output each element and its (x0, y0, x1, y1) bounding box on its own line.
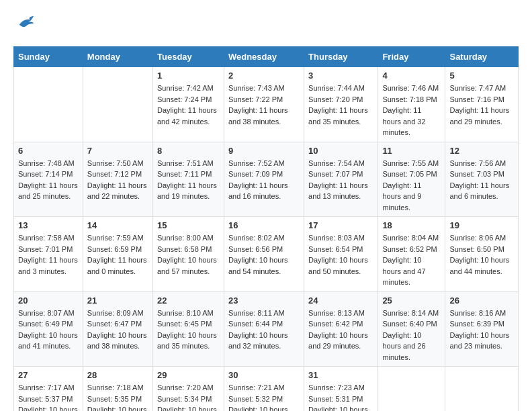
calendar-cell: 6Sunrise: 7:48 AMSunset: 7:14 PMDaylight… (14, 142, 83, 217)
calendar-cell: 25Sunrise: 8:14 AMSunset: 6:40 PMDayligh… (378, 291, 445, 367)
week-row-2: 13Sunrise: 7:58 AMSunset: 7:01 PMDayligh… (14, 217, 519, 292)
calendar-cell: 18Sunrise: 8:04 AMSunset: 6:52 PMDayligh… (378, 217, 445, 292)
calendar-cell: 10Sunrise: 7:54 AMSunset: 7:07 PMDayligh… (304, 142, 378, 217)
calendar-cell (83, 67, 152, 142)
calendar-cell: 4Sunrise: 7:46 AMSunset: 7:18 PMDaylight… (378, 67, 445, 142)
calendar-body: 1Sunrise: 7:42 AMSunset: 7:24 PMDaylight… (14, 67, 519, 412)
header-day-wednesday: Wednesday (224, 47, 304, 67)
day-number: 28 (87, 370, 148, 380)
calendar-cell: 24Sunrise: 8:13 AMSunset: 6:42 PMDayligh… (304, 291, 378, 367)
header-day-thursday: Thursday (304, 47, 378, 67)
calendar-cell: 8Sunrise: 7:51 AMSunset: 7:11 PMDaylight… (153, 142, 224, 217)
calendar-cell: 27Sunrise: 7:17 AMSunset: 5:37 PMDayligh… (14, 367, 83, 412)
day-info: Sunrise: 7:55 AMSunset: 7:05 PMDaylight:… (382, 158, 441, 214)
calendar-cell: 2Sunrise: 7:43 AMSunset: 7:22 PMDaylight… (224, 67, 304, 142)
page-header (13, 13, 519, 36)
calendar-cell: 7Sunrise: 7:50 AMSunset: 7:12 PMDaylight… (83, 142, 152, 217)
calendar-cell: 16Sunrise: 8:02 AMSunset: 6:56 PMDayligh… (224, 217, 304, 292)
calendar-cell: 12Sunrise: 7:56 AMSunset: 7:03 PMDayligh… (445, 142, 519, 217)
day-info: Sunrise: 7:47 AMSunset: 7:16 PMDaylight:… (449, 83, 514, 127)
calendar-cell: 17Sunrise: 8:03 AMSunset: 6:54 PMDayligh… (304, 217, 378, 292)
calendar-cell: 1Sunrise: 7:42 AMSunset: 7:24 PMDaylight… (153, 67, 224, 142)
day-info: Sunrise: 8:14 AMSunset: 6:40 PMDaylight:… (382, 308, 441, 363)
day-number: 16 (228, 220, 300, 230)
calendar-cell: 11Sunrise: 7:55 AMSunset: 7:05 PMDayligh… (378, 142, 445, 217)
calendar-cell: 30Sunrise: 7:21 AMSunset: 5:32 PMDayligh… (224, 367, 304, 412)
week-row-0: 1Sunrise: 7:42 AMSunset: 7:24 PMDaylight… (14, 67, 519, 142)
day-info: Sunrise: 8:00 AMSunset: 6:58 PMDaylight:… (157, 232, 220, 277)
day-number: 10 (308, 146, 373, 156)
calendar-cell: 13Sunrise: 7:58 AMSunset: 7:01 PMDayligh… (14, 217, 83, 292)
day-number: 20 (18, 295, 79, 306)
day-number: 27 (18, 370, 79, 380)
day-number: 22 (157, 295, 220, 306)
day-number: 17 (308, 220, 373, 230)
header-row: SundayMondayTuesdayWednesdayThursdayFrid… (14, 47, 519, 67)
calendar-cell: 19Sunrise: 8:06 AMSunset: 6:50 PMDayligh… (445, 217, 519, 292)
day-info: Sunrise: 7:21 AMSunset: 5:32 PMDaylight:… (228, 382, 300, 411)
day-info: Sunrise: 7:20 AMSunset: 5:34 PMDaylight:… (157, 382, 220, 411)
header-day-sunday: Sunday (14, 47, 83, 67)
day-number: 15 (157, 220, 220, 230)
day-number: 18 (382, 220, 441, 230)
day-info: Sunrise: 8:13 AMSunset: 6:42 PMDaylight:… (308, 308, 373, 352)
day-number: 2 (228, 71, 300, 81)
logo (13, 13, 35, 36)
day-info: Sunrise: 8:02 AMSunset: 6:56 PMDaylight:… (228, 232, 300, 277)
day-info: Sunrise: 7:56 AMSunset: 7:03 PMDaylight:… (449, 158, 514, 202)
day-number: 8 (157, 146, 220, 156)
day-info: Sunrise: 7:59 AMSunset: 6:59 PMDaylight:… (87, 232, 148, 277)
calendar-cell: 15Sunrise: 8:00 AMSunset: 6:58 PMDayligh… (153, 217, 224, 292)
day-number: 24 (308, 295, 373, 306)
calendar-cell (445, 367, 519, 412)
day-number: 5 (449, 71, 514, 81)
day-info: Sunrise: 7:44 AMSunset: 7:20 PMDaylight:… (308, 83, 373, 127)
day-info: Sunrise: 7:46 AMSunset: 7:18 PMDaylight:… (382, 83, 441, 138)
day-number: 23 (228, 295, 300, 306)
day-info: Sunrise: 8:10 AMSunset: 6:45 PMDaylight:… (157, 308, 220, 352)
day-info: Sunrise: 7:48 AMSunset: 7:14 PMDaylight:… (18, 158, 79, 202)
day-info: Sunrise: 7:50 AMSunset: 7:12 PMDaylight:… (87, 158, 148, 202)
header-day-saturday: Saturday (445, 47, 519, 67)
calendar-cell: 20Sunrise: 8:07 AMSunset: 6:49 PMDayligh… (14, 291, 83, 367)
day-info: Sunrise: 7:52 AMSunset: 7:09 PMDaylight:… (228, 158, 300, 202)
day-info: Sunrise: 7:18 AMSunset: 5:35 PMDaylight:… (87, 382, 148, 411)
calendar-cell: 3Sunrise: 7:44 AMSunset: 7:20 PMDaylight… (304, 67, 378, 142)
day-info: Sunrise: 7:17 AMSunset: 5:37 PMDaylight:… (18, 382, 79, 411)
day-number: 26 (449, 295, 514, 306)
day-number: 14 (87, 220, 148, 230)
day-info: Sunrise: 7:23 AMSunset: 5:31 PMDaylight:… (308, 382, 373, 411)
day-info: Sunrise: 7:54 AMSunset: 7:07 PMDaylight:… (308, 158, 373, 202)
calendar-cell: 31Sunrise: 7:23 AMSunset: 5:31 PMDayligh… (304, 367, 378, 412)
calendar-cell: 14Sunrise: 7:59 AMSunset: 6:59 PMDayligh… (83, 217, 152, 292)
day-number: 11 (382, 146, 441, 156)
day-number: 31 (308, 370, 373, 380)
day-number: 21 (87, 295, 148, 306)
calendar-cell: 29Sunrise: 7:20 AMSunset: 5:34 PMDayligh… (153, 367, 224, 412)
day-info: Sunrise: 8:06 AMSunset: 6:50 PMDaylight:… (449, 232, 514, 277)
header-day-monday: Monday (83, 47, 152, 67)
calendar-header: SundayMondayTuesdayWednesdayThursdayFrid… (14, 47, 519, 67)
day-number: 6 (18, 146, 79, 156)
day-info: Sunrise: 8:07 AMSunset: 6:49 PMDaylight:… (18, 308, 79, 352)
day-number: 29 (157, 370, 220, 380)
day-number: 12 (449, 146, 514, 156)
header-day-tuesday: Tuesday (153, 47, 224, 67)
logo-text (13, 13, 35, 36)
day-info: Sunrise: 8:04 AMSunset: 6:52 PMDaylight:… (382, 232, 441, 288)
day-info: Sunrise: 8:09 AMSunset: 6:47 PMDaylight:… (87, 308, 148, 352)
day-number: 3 (308, 71, 373, 81)
day-number: 7 (87, 146, 148, 156)
day-number: 1 (157, 71, 220, 81)
calendar-table: SundayMondayTuesdayWednesdayThursdayFrid… (13, 46, 519, 411)
calendar-cell: 5Sunrise: 7:47 AMSunset: 7:16 PMDaylight… (445, 67, 519, 142)
day-number: 9 (228, 146, 300, 156)
calendar-cell: 22Sunrise: 8:10 AMSunset: 6:45 PMDayligh… (153, 291, 224, 367)
day-info: Sunrise: 8:03 AMSunset: 6:54 PMDaylight:… (308, 232, 373, 277)
day-info: Sunrise: 8:16 AMSunset: 6:39 PMDaylight:… (449, 308, 514, 352)
day-info: Sunrise: 7:58 AMSunset: 7:01 PMDaylight:… (18, 232, 79, 277)
day-info: Sunrise: 7:42 AMSunset: 7:24 PMDaylight:… (157, 83, 220, 127)
logo-bird-icon (16, 13, 35, 32)
header-day-friday: Friday (378, 47, 445, 67)
week-row-3: 20Sunrise: 8:07 AMSunset: 6:49 PMDayligh… (14, 291, 519, 367)
